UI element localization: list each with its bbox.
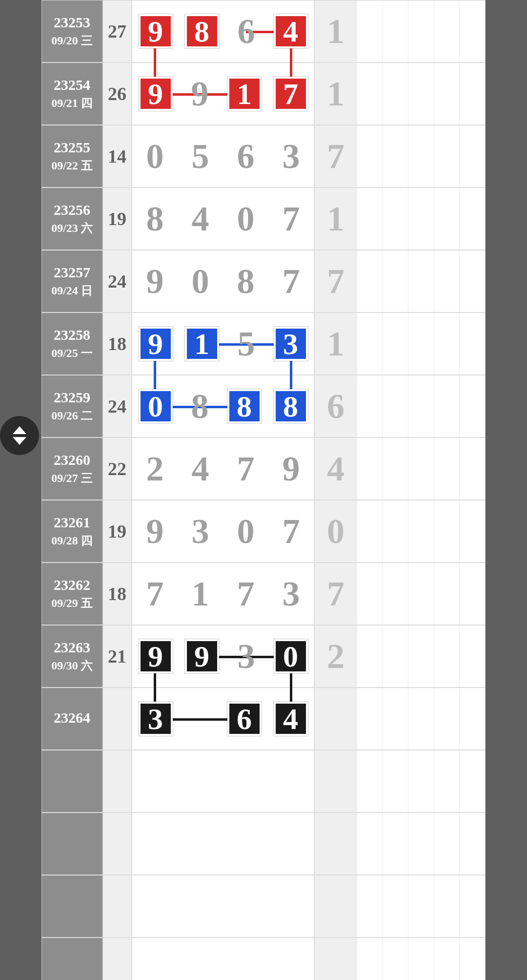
digit-box: 7 bbox=[276, 260, 306, 303]
digit-box: 3 bbox=[185, 510, 216, 553]
sum-cell: 24 bbox=[103, 250, 132, 312]
digit-box: 7 bbox=[276, 197, 306, 240]
extra-digit-cell: 7 bbox=[314, 125, 357, 187]
issue-date: 09/24 日 bbox=[51, 283, 93, 298]
digit-box: 9 bbox=[185, 72, 215, 115]
extra-digit-cell: 4 bbox=[314, 438, 357, 500]
table-row: 2325709/24 日2490877 bbox=[42, 250, 485, 313]
issue-cell: 23264 bbox=[42, 688, 103, 750]
digits-cell: 7173 bbox=[132, 563, 314, 625]
digit-box: 9 bbox=[185, 639, 219, 673]
issue-date: 09/23 六 bbox=[51, 220, 93, 236]
issue-cell: 2325309/20 三 bbox=[42, 0, 103, 62]
table-row: 2326109/28 四1993070 bbox=[42, 500, 485, 563]
digit-box: 9 bbox=[139, 77, 173, 111]
digit-box: 3 bbox=[274, 327, 308, 361]
sum-cell: 14 bbox=[103, 125, 132, 187]
sum-cell: 18 bbox=[103, 563, 132, 625]
spacer-columns bbox=[357, 438, 485, 500]
digits-cell: 2479 bbox=[132, 438, 314, 500]
issue-number: 23258 bbox=[54, 327, 90, 343]
sum-cell: 24 bbox=[103, 375, 132, 437]
extra-digit-cell: 2 bbox=[314, 626, 357, 687]
digit-box: 0 bbox=[231, 197, 261, 240]
table-row: 2325509/22 五1405637 bbox=[42, 125, 485, 188]
digits-cell: 8407 bbox=[132, 188, 314, 250]
table-row: 23264364 bbox=[42, 688, 485, 751]
digit-box: 9 bbox=[139, 327, 173, 361]
table-row: 2325609/23 六1984071 bbox=[42, 188, 485, 250]
sum-cell: 19 bbox=[103, 500, 132, 562]
empty-row bbox=[42, 876, 485, 938]
extra-digit-cell: 1 bbox=[314, 313, 357, 375]
digit-box: 3 bbox=[139, 702, 173, 736]
digit-box: 6 bbox=[231, 135, 261, 178]
digit-box: 3 bbox=[231, 635, 262, 678]
extra-digit-cell bbox=[314, 688, 357, 750]
issue-date: 09/22 五 bbox=[51, 158, 93, 173]
issue-cell: 2326109/28 四 bbox=[42, 500, 103, 562]
digit-box: 4 bbox=[185, 197, 216, 240]
digits-cell: 9307 bbox=[132, 500, 314, 562]
issue-cell: 2326309/30 六 bbox=[42, 626, 103, 687]
empty-row bbox=[42, 751, 485, 813]
digit-box: 0 bbox=[139, 389, 173, 423]
issue-number: 23263 bbox=[54, 639, 90, 656]
sum-cell: 22 bbox=[103, 438, 132, 500]
issue-cell: 2325709/24 日 bbox=[42, 250, 103, 312]
issue-date: 09/27 三 bbox=[51, 470, 93, 486]
sum-cell: 21 bbox=[103, 626, 132, 687]
table-row: 2325409/21 四2699171 bbox=[42, 63, 485, 125]
empty-row bbox=[42, 813, 485, 876]
issue-number: 23253 bbox=[54, 14, 90, 31]
issue-date: 09/20 三 bbox=[51, 33, 93, 48]
digit-box: 9 bbox=[140, 510, 170, 553]
digit-box: 7 bbox=[276, 510, 306, 553]
digits-cell: 9087 bbox=[132, 250, 314, 312]
issue-number: 23260 bbox=[54, 452, 90, 468]
issue-number: 23256 bbox=[54, 202, 90, 218]
digit-box: 9 bbox=[140, 260, 170, 303]
sum-cell: 19 bbox=[103, 188, 132, 250]
issue-cell: 2325809/25 一 bbox=[42, 313, 103, 375]
issue-number: 23264 bbox=[54, 709, 90, 726]
digit-box: 6 bbox=[231, 10, 262, 53]
extra-digit-cell: 1 bbox=[314, 63, 357, 125]
issue-number: 23255 bbox=[54, 139, 90, 156]
issue-date: 09/21 四 bbox=[51, 95, 93, 111]
digit-box: 0 bbox=[140, 135, 170, 178]
issue-cell: 2325609/23 六 bbox=[42, 188, 103, 250]
issue-date: 09/30 六 bbox=[51, 658, 93, 673]
digit-box: 4 bbox=[274, 702, 308, 736]
issue-number: 23261 bbox=[54, 514, 90, 531]
spacer-columns bbox=[357, 63, 485, 125]
digit-box: 0 bbox=[231, 510, 261, 553]
sum-cell: 27 bbox=[103, 0, 132, 62]
issue-date: 09/26 二 bbox=[51, 408, 93, 423]
digit-box: 8 bbox=[227, 389, 262, 423]
spacer-columns bbox=[357, 313, 485, 375]
digit-box: 5 bbox=[231, 322, 262, 365]
digit-box: 4 bbox=[185, 447, 216, 490]
scroll-handle[interactable] bbox=[0, 416, 39, 455]
scroll-up-icon bbox=[13, 426, 26, 434]
digit-box: 4 bbox=[274, 14, 308, 48]
extra-digit-cell: 6 bbox=[314, 375, 357, 437]
digit-box: 9 bbox=[276, 447, 306, 490]
issue-cell: 2326009/27 三 bbox=[42, 438, 103, 500]
spacer-columns bbox=[357, 250, 485, 312]
digit-box: 5 bbox=[185, 135, 216, 178]
issue-date: 09/25 一 bbox=[51, 345, 93, 361]
issue-cell: 2325909/26 二 bbox=[42, 375, 103, 437]
digit-box: 1 bbox=[227, 77, 262, 111]
table-row: 2326209/29 五1871737 bbox=[42, 563, 485, 626]
digit-box: 8 bbox=[185, 14, 219, 48]
extra-digit-cell: 7 bbox=[314, 563, 357, 625]
digit-box: 0 bbox=[274, 639, 308, 673]
table-row: 2326009/27 三2224794 bbox=[42, 438, 485, 500]
digit-box: 1 bbox=[185, 572, 216, 615]
spacer-columns bbox=[357, 375, 485, 437]
lottery-table: 2325309/20 三27986412325409/21 四269917123… bbox=[41, 0, 486, 980]
spacer-columns bbox=[357, 0, 485, 62]
extra-digit-cell: 7 bbox=[314, 250, 357, 312]
